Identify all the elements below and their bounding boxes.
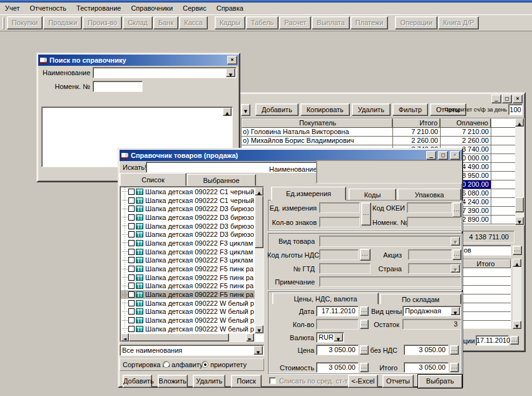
country-combo[interactable]: ▼: [408, 263, 461, 274]
okei-input[interactable]: [407, 202, 452, 213]
nomenk-input[interactable]: [407, 217, 461, 227]
product-list-item[interactable]: Шапка детская 090222 F3 циклам: [121, 256, 255, 265]
sort-alpha-label[interactable]: алфавиту: [171, 361, 203, 368]
item-checkbox[interactable]: [128, 266, 135, 272]
toolbar-button[interactable]: Банк: [153, 16, 178, 29]
item-checkbox[interactable]: [128, 231, 135, 237]
sales-toolbar-button[interactable]: Удалить: [352, 103, 391, 116]
item-checkbox[interactable]: [128, 300, 135, 306]
toolbar-grip[interactable]: [3, 17, 4, 29]
scroll-down-icon[interactable]: ▼: [255, 325, 263, 333]
item-checkbox[interactable]: [128, 257, 135, 263]
excise-input[interactable]: [408, 249, 452, 260]
digits-input[interactable]: [319, 217, 360, 227]
note-input[interactable]: [319, 276, 461, 287]
product-list-item[interactable]: Шапка детская 090222 F5 пинк ра: [121, 290, 255, 299]
qty-ellipsis-button[interactable]: ...: [360, 320, 369, 329]
product-list-item[interactable]: Шапка детская 090222 W белый р: [121, 308, 255, 316]
okei-ellipsis-button[interactable]: ...: [453, 202, 461, 217]
list-button-3[interactable]: Удалить: [193, 375, 225, 388]
scroll-up-icon[interactable]: ▲: [255, 187, 263, 195]
menu-item[interactable]: Сервис: [178, 3, 212, 14]
close-button[interactable]: ×: [450, 151, 460, 160]
detail-table-row[interactable]: [461, 268, 511, 277]
column-header[interactable]: Итого: [392, 118, 440, 128]
list-button-4[interactable]: Поиск: [231, 375, 262, 388]
sales-vscroll-thumb[interactable]: [515, 197, 524, 212]
qty-input[interactable]: [316, 319, 359, 330]
list-button-1[interactable]: Добавить: [123, 375, 152, 388]
nomenk-input[interactable]: [93, 81, 143, 92]
toolbar-button[interactable]: Кадры: [215, 16, 245, 29]
item-checkbox[interactable]: [128, 240, 135, 246]
sales-table-row[interactable]: о) Головина Наталья Викторовна7 210.007 …: [242, 128, 524, 137]
no-vat-input[interactable]: 3 050.00: [404, 345, 449, 355]
unit-input[interactable]: [319, 202, 360, 213]
scroll-left-icon[interactable]: ◄: [121, 333, 129, 341]
item-checkbox[interactable]: [128, 283, 135, 289]
toolbar-button[interactable]: Выплата: [312, 16, 350, 29]
product-list-item[interactable]: Шапка детская 090222 W белый р: [121, 325, 255, 333]
chevron-down-icon[interactable]: ▼: [334, 333, 343, 341]
price-ellipsis-button[interactable]: ...: [360, 345, 369, 355]
scroll-up-icon[interactable]: ▲: [513, 259, 521, 267]
sales-toolbar-button[interactable]: Копировать: [300, 103, 350, 116]
product-list-item[interactable]: Шапка детская 090222 W белый р: [121, 299, 255, 308]
product-list-item[interactable]: Шапка детская 090222 F3 циклам: [121, 248, 255, 256]
operation-date-value[interactable]: 17.11.2010: [476, 335, 509, 346]
scroll-down-icon[interactable]: ▼: [515, 217, 524, 225]
scroll-up-icon[interactable]: ▲: [223, 108, 232, 116]
priority-value[interactable]: 100: [508, 104, 523, 115]
gtd-input[interactable]: [319, 263, 371, 274]
column-header[interactable]: [491, 118, 516, 128]
product-list-item[interactable]: Шапка детская 090222 C1 черный: [121, 187, 255, 196]
total-ellipsis-button[interactable]: ...: [450, 363, 459, 372]
reports-button[interactable]: Отчеты: [382, 375, 414, 388]
close-button[interactable]: ×: [513, 95, 523, 103]
menu-item[interactable]: Справка: [212, 3, 248, 14]
scroll-down-icon[interactable]: ▼: [513, 321, 521, 329]
scroll-right-icon[interactable]: ►: [246, 333, 254, 341]
sort-priority-radio[interactable]: [202, 361, 208, 368]
toolbar-button[interactable]: Покупки: [7, 16, 43, 29]
tab-units[interactable]: Ед.измерения: [271, 187, 346, 201]
tab-list[interactable]: Список: [120, 173, 187, 186]
unit-ellipsis-button[interactable]: ...: [361, 202, 371, 226]
list-hscroll-thumb[interactable]: [129, 333, 229, 341]
toolbar-button[interactable]: Платежи: [350, 16, 389, 29]
toolbar-button[interactable]: Произ-во: [83, 16, 122, 29]
name-combo[interactable]: ▼: [93, 67, 237, 78]
tab-packaging[interactable]: Упаковка: [397, 189, 461, 201]
dialog-titlebar[interactable]: Поиск по справочнику ×: [38, 55, 238, 66]
toolbar-button[interactable]: Склад: [123, 16, 153, 29]
list-vscroll-thumb[interactable]: [255, 195, 263, 248]
vat-ellipsis-button[interactable]: ...: [360, 249, 371, 261]
product-list-item[interactable]: Шапка детская 090222 F5 пинк ра: [121, 282, 255, 291]
product-list-item[interactable]: Шапка детская 090222 F5 пинк ра: [121, 273, 255, 282]
excel-button[interactable]: <-Excel: [348, 375, 378, 388]
product-list-item[interactable]: Шапка детская 090222 D3 бирюзо: [121, 213, 255, 222]
toolbar-button[interactable]: Книга Д/Р: [438, 16, 479, 29]
scroll-up-icon[interactable]: ▲: [515, 118, 524, 127]
menu-item[interactable]: Тестирование: [71, 3, 126, 14]
sort-priority-label[interactable]: приоритету: [210, 361, 247, 368]
total-input[interactable]: 3 050.00: [404, 362, 449, 373]
detail-table-row[interactable]: [461, 286, 511, 294]
item-checkbox[interactable]: [128, 197, 135, 204]
detail-table-row[interactable]: [461, 294, 511, 303]
toolbar-button[interactable]: Расчет: [279, 16, 311, 29]
select-button[interactable]: Выбрать: [417, 374, 463, 388]
product-list-item[interactable]: Шапка детская 090222 W белый р: [121, 316, 255, 325]
price-type-combo[interactable]: Продажная ▼: [402, 306, 461, 316]
detail-table-row[interactable]: [461, 321, 511, 329]
item-checkbox[interactable]: [128, 249, 135, 255]
column-header[interactable]: Оплачено: [440, 118, 491, 128]
product-list-item[interactable]: Шапка детская 090222 F5 пинк ра: [121, 264, 255, 273]
chevron-down-icon[interactable]: ▼: [451, 264, 460, 273]
item-checkbox[interactable]: [128, 274, 135, 281]
writeoff-checkbox[interactable]: [269, 377, 276, 384]
item-checkbox[interactable]: [128, 308, 135, 315]
name-filter-combo[interactable]: Все наименования ▼: [120, 345, 264, 356]
chevron-down-icon[interactable]: ▼: [253, 346, 263, 355]
minimize-button[interactable]: _: [491, 95, 501, 103]
